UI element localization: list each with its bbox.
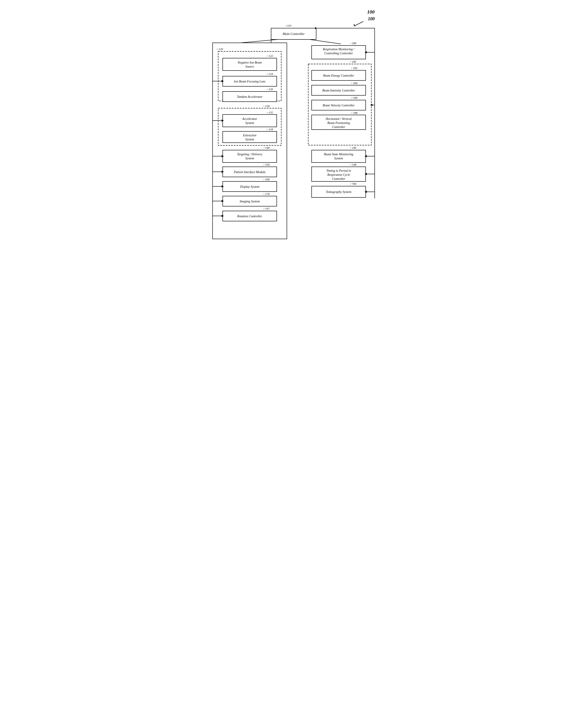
extract-label-1: Extraction (243, 134, 256, 137)
beam-velocity-label: Beam Velocity Controller (323, 104, 355, 107)
ref-340: ⌐340 (351, 96, 358, 99)
ion-lens-label: Ion Beam Focusing Lens (234, 80, 266, 83)
targeting-box (223, 150, 277, 162)
rotation-label: Rotation Controller (237, 214, 262, 218)
ref-700: ⌐700 (350, 182, 356, 185)
resp-monitor-label-2: Controlling Controller (324, 52, 353, 55)
beam-state-box (312, 150, 366, 162)
targeting-label-2: System (245, 157, 254, 160)
ref-122: ⌐122 (267, 54, 273, 57)
neg-ion-label-1: Negative Ion Beam (237, 61, 262, 64)
timing-label-2: Respiration Cycle (327, 173, 350, 177)
horiz-vert-label-2: Beam Positioning (327, 121, 350, 125)
ref-184: ⌐184 (351, 81, 358, 85)
tomography-label: Tomography System (326, 190, 351, 193)
neg-ion-box (223, 58, 277, 71)
timing-label-3: Controller (332, 177, 345, 181)
ref-120: ⌐120 (217, 47, 223, 51)
accel-label-1: Accelerator (242, 117, 257, 121)
ref-140: ⌐140 (263, 146, 270, 150)
resp-monitor-label-1: Respiration Monitoring / (323, 48, 355, 51)
ref-130: ⌐130 (263, 104, 270, 108)
ref-134: ⌐134 (267, 128, 273, 131)
horiz-vert-label-1: Horizontal / Vertical (325, 117, 352, 121)
fig-label: 100 (368, 16, 375, 21)
fig-arrow-line (354, 21, 363, 26)
horiz-vert-label-3: Controller (332, 125, 345, 129)
accel-label-2: System (245, 121, 254, 125)
display-label: Display System (240, 185, 259, 188)
ref-190: ⌐190 (350, 146, 356, 150)
ref-185: ⌐185 (350, 60, 356, 63)
ref-180: ⌐180 (350, 42, 356, 45)
ref-110: ⌐110 (285, 24, 292, 27)
beam-state-label-2: System (334, 157, 343, 160)
ref-148: ⌐148 (350, 163, 356, 166)
ref-188: ⌐188 (351, 111, 358, 114)
ref-132: ⌐132 (267, 111, 273, 114)
beam-energy-label: Beam Energy Controller (323, 74, 354, 77)
ref-124: ⌐124 (267, 72, 273, 76)
ref-170: ⌐170 (263, 192, 270, 196)
timing-label-1: Timing to Period in (326, 169, 351, 173)
main-controller-label: Main Controller (282, 32, 304, 35)
beam-state-label-1: Beam State Monitoring (324, 153, 353, 156)
ref-182: ⌐182 (351, 66, 358, 70)
ref-150: ⌐150 (263, 163, 270, 166)
imaging-label: Imaging System (239, 200, 259, 203)
main-to-right-line (309, 40, 341, 44)
beam-intensity-label: Beam Intensity Controller (322, 89, 355, 92)
page: 100 100 ⌐110 Main Controller ⌐120 ⌐122 N… (201, 9, 377, 255)
figure-number: 100 (367, 9, 375, 15)
neg-ion-label-2: Source (245, 65, 254, 68)
accel-box (223, 114, 277, 127)
targeting-label-1: Targeting / Delivery (237, 153, 262, 156)
tandem-label: Tandem Accelerator (237, 95, 263, 99)
ref-160: ⌐160 (263, 178, 270, 181)
ref-147: ⌐147 (263, 207, 270, 210)
ref-126: ⌐126 (267, 87, 273, 91)
extract-label-2: System (245, 138, 254, 141)
patient-label: Patient Interface Module (233, 171, 266, 174)
